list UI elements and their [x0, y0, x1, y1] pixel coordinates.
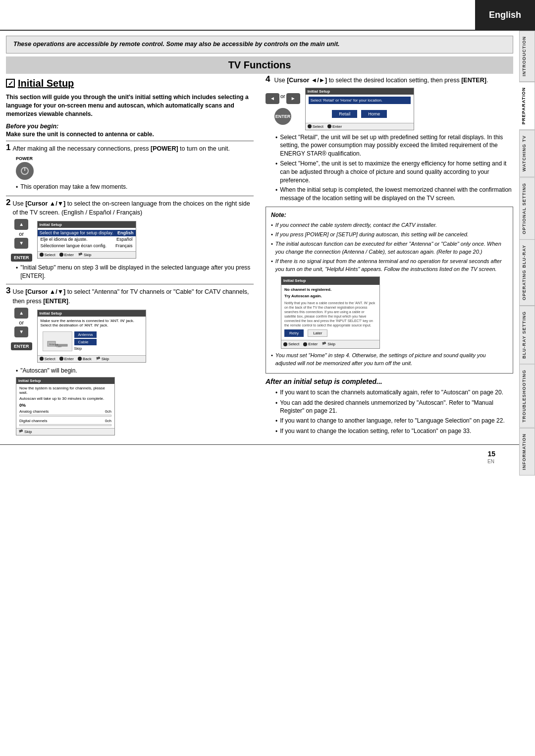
- note-bullet-1-text: If you press [POWER] or [SETUP] during a…: [275, 231, 469, 239]
- english-tab[interactable]: English: [475, 0, 535, 30]
- retry-select-label: Select: [288, 341, 299, 347]
- initial-setup-heading: ✓ Initial Setup: [6, 78, 254, 89]
- skip-icon-retry: 🏴: [321, 341, 326, 347]
- footer-enter-label: Enter: [64, 253, 74, 257]
- note-bullet-0-text: If you connect the cable system directly…: [275, 221, 437, 229]
- bullet-dot: •: [16, 183, 18, 192]
- step-3-number: 3: [6, 286, 10, 295]
- lr-controls: ◄ or ►: [266, 93, 300, 104]
- note-bullet-2-text: The initial autoscan function can be exe…: [275, 240, 508, 256]
- autoscan-screen-title: Initial Setup: [16, 378, 114, 384]
- bullet-dot-2: •: [16, 264, 18, 280]
- right-column: 4 Use [Cursor ◄/►] to select the desired…: [263, 76, 513, 440]
- location-screen-title: Initial Setup: [306, 88, 414, 95]
- note-bullet-2-dot: •: [271, 240, 273, 256]
- step-4-text: Use [Cursor ◄/►] to select the desired l…: [274, 76, 488, 85]
- step-1: 1 After making all the necessary connect…: [6, 144, 254, 192]
- retry-line2: Try Autoscan again.: [284, 293, 376, 299]
- after-bullet-1-dot: •: [275, 399, 277, 416]
- note-box: Note: • If you connect the cable system …: [266, 207, 513, 374]
- intro-text: This section will guide you through the …: [6, 93, 254, 119]
- checkbox-icon: ✓: [6, 79, 15, 88]
- footer-skip: 🏴Skip: [78, 253, 92, 257]
- after-setup-title: After an initial setup is completed...: [266, 378, 513, 385]
- screen-espanol-label: Elje el idioma de ajuste.: [41, 237, 88, 242]
- footer-3-back: Back: [78, 357, 92, 361]
- step-3-screen: Initial Setup Make sure the antenna is c…: [37, 310, 146, 363]
- step-1-text: After making all the necessary connectio…: [12, 144, 229, 153]
- step-3-controls: ▲ or ▼ ENTER: [11, 308, 32, 350]
- dot-3-back: [78, 357, 82, 361]
- screen-espanol-value: Español: [116, 237, 133, 242]
- step-4-controls: ◄ or ► ENTER: [266, 93, 300, 125]
- screen-row-english-value: English: [117, 230, 134, 235]
- screen-3-footer: Select Enter Back 🏴Skip: [38, 355, 146, 362]
- retail-btn[interactable]: Retail: [332, 110, 357, 118]
- screen-row-francais: Sélectionner langue écran config. França…: [41, 243, 133, 249]
- step-3-header: 3 Use [Cursor ▲/▼] to select "Antenna" f…: [6, 287, 254, 305]
- power-label: POWER: [16, 156, 33, 161]
- later-btn[interactable]: Later: [308, 329, 327, 337]
- home-btn[interactable]: Home: [361, 110, 387, 118]
- cursor-down-btn-3: ▼: [14, 326, 28, 337]
- note-bullet-3: • If there is no signal input from the a…: [271, 258, 508, 273]
- footer-select: Select: [40, 253, 55, 257]
- side-tab-troubleshooting[interactable]: TROUBLESHOOTING: [519, 364, 535, 428]
- antenna-options: Antenna Cable Skip: [74, 331, 97, 351]
- power-button-icon: [16, 162, 34, 180]
- screen-2-title: Initial Setup: [38, 221, 136, 228]
- after-bullet-3-text: If you want to change the location setti…: [280, 427, 471, 436]
- retry-footer-skip: 🏴Skip: [321, 341, 335, 347]
- retry-btn[interactable]: Retry: [284, 329, 304, 337]
- side-tab-optional-setting[interactable]: OPTIONAL SETTING: [519, 177, 535, 240]
- after-bullet-1: • You can add the desired channels unmem…: [275, 399, 513, 416]
- step-2-bullet-text: "Initial Setup" menu on step 3 will be d…: [20, 264, 254, 280]
- after-bullet-2-text: If you want to change to another languag…: [280, 417, 505, 426]
- side-tab-watching-tv[interactable]: WATCHING TV: [519, 130, 535, 177]
- loc-footer-enter-label: Enter: [332, 124, 342, 129]
- divider-2: [6, 196, 254, 196]
- or-label-3: or: [19, 320, 24, 325]
- screen-3-instruction: Make sure the antenna is connected to 'A…: [41, 319, 143, 327]
- footer-skip-label: Skip: [84, 253, 92, 257]
- digital-bar: [19, 424, 111, 426]
- en-label: EN: [0, 459, 519, 464]
- screen-3-body: Make sure the antenna is connected to 'A…: [38, 317, 146, 355]
- footer-select-label: Select: [45, 253, 55, 257]
- note-bullet-3-text: If there is no signal input from the ant…: [275, 258, 508, 273]
- retry-screen: Initial Setup No channel is registered. …: [281, 276, 380, 349]
- footer-3-enter: Enter: [59, 357, 74, 361]
- skip-icon-autoscan: 🏴: [18, 430, 23, 434]
- note-bullet-3-dot: •: [271, 258, 273, 273]
- home-bullet: • Select "Home", the unit is set to maxi…: [275, 160, 513, 184]
- digital-label: Digital channels: [19, 419, 47, 423]
- dot-loc-enter: [327, 124, 331, 128]
- side-tab-preparation[interactable]: PREPARATION: [519, 82, 535, 130]
- retail-bullet: • Select "Retail", the unit will be set …: [275, 133, 513, 158]
- svg-text:Cable: Cable: [56, 345, 62, 348]
- digital-count: 0ch: [105, 419, 111, 423]
- screen-row-english: Select the language for setup display. E…: [38, 230, 136, 236]
- skip-icon: 🏴: [78, 253, 83, 257]
- completed-bullet: • When the initial setup is completed, t…: [275, 186, 513, 203]
- divider-3: [6, 284, 254, 284]
- analog-count: 0ch: [105, 409, 111, 414]
- side-tab-operating-bluray[interactable]: OPERATING BLU-RAY: [519, 239, 535, 306]
- location-options: Retail Home: [309, 107, 411, 121]
- after-bullet-0-dot: •: [275, 389, 277, 397]
- screen-2-body: Select the language for setup display. E…: [38, 228, 136, 251]
- side-tab-bluray-setting[interactable]: BLU-RAY SETTING: [519, 306, 535, 364]
- cursor-up-btn: ▲: [14, 219, 28, 230]
- side-tab-information[interactable]: INFORMATION: [519, 428, 535, 476]
- retry-skip-label: Skip: [327, 341, 335, 347]
- side-tab-introduction[interactable]: INTRODUCTION: [519, 31, 535, 82]
- note-final-bullet: • You must set "Home" in step 4. Otherwi…: [271, 352, 508, 368]
- step-4-diagram: ◄ or ► ENTER Initial Setup Select 'Retai…: [266, 88, 513, 130]
- note-bullet-0: • If you connect the cable system direct…: [271, 221, 508, 229]
- footer-3-enter-label: Enter: [64, 357, 74, 361]
- retry-enter-label: Enter: [308, 341, 318, 347]
- after-bullet-2-dot: •: [275, 417, 277, 426]
- analog-bar: [19, 415, 111, 417]
- antenna-image: Antenna Cable: [43, 331, 72, 351]
- retry-footer: Select Enter 🏴Skip: [281, 340, 379, 348]
